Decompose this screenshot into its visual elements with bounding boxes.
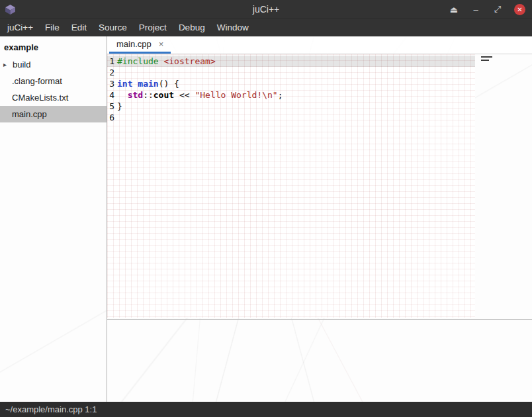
sidebar: example ▸build.clang-formatCMakeLists.tx… [0, 36, 107, 402]
code-line-4[interactable]: 4 std::cout << "Hello World!\n"; [107, 89, 475, 101]
code-token: main [138, 79, 158, 89]
app-logo-icon [5, 4, 16, 15]
tab-close-icon[interactable]: × [159, 40, 164, 48]
status-file-position: ~/example/main.cpp 1:1 [5, 404, 97, 414]
code-token: << [174, 90, 195, 100]
menu-item-window[interactable]: Window [211, 19, 255, 36]
code-token: cout [154, 90, 174, 100]
maximize-button[interactable]: ⤢ [492, 4, 503, 15]
project-root-label[interactable]: example [0, 39, 107, 56]
code-line-3[interactable]: 3int main() { [107, 78, 475, 89]
menu-item-juci[interactable]: juCi++ [1, 19, 39, 36]
line-number: 4 [107, 89, 114, 101]
code-token: int [117, 79, 132, 89]
tree-item-main-cpp[interactable]: main.cpp [0, 106, 107, 122]
output-panel[interactable] [107, 320, 532, 402]
tab-main-cpp[interactable]: main.cpp × [109, 36, 171, 54]
expander-triangle-icon[interactable]: ▸ [0, 61, 12, 68]
main-area: main.cpp × 1#include <iostream>23int mai… [107, 36, 532, 402]
code-token: } [117, 101, 122, 111]
content-area: example ▸build.clang-formatCMakeLists.tx… [0, 36, 532, 402]
tree-item-clang-format[interactable]: .clang-format [0, 73, 107, 89]
code-token: #include [117, 56, 159, 66]
code-editor[interactable]: 1#include <iostream>23int main() {4 std:… [107, 54, 532, 320]
code-token [117, 90, 128, 100]
code-token: ; [278, 90, 283, 100]
tree-item-label: main.cpp [12, 109, 47, 119]
app-window: juCi++ ⏏–⤢✕ juCi++FileEditSourceProjectD… [0, 0, 532, 417]
line-number: 3 [107, 78, 114, 89]
statusbar: ~/example/main.cpp 1:1 [0, 402, 532, 417]
menu-item-debug[interactable]: Debug [173, 19, 211, 36]
line-number: 6 [107, 112, 114, 123]
keep-above-button[interactable]: ⏏ [449, 5, 459, 15]
code-token: :: [143, 90, 154, 100]
code-line-6[interactable]: 6 [107, 112, 475, 123]
tree-item-label: .clang-format [12, 76, 62, 86]
menu-item-project[interactable]: Project [133, 19, 173, 36]
scrollbar-mark [481, 60, 489, 61]
scrollbar-mark [481, 56, 492, 58]
code-line-1[interactable]: 1#include <iostream> [107, 56, 475, 67]
tab-label: main.cpp [116, 39, 152, 49]
menu-item-source[interactable]: Source [93, 19, 133, 36]
minimize-button[interactable]: – [470, 5, 481, 15]
line-number: 5 [107, 101, 114, 112]
code-line-2[interactable]: 2 [107, 67, 475, 78]
scrollbar-marks[interactable] [481, 56, 492, 61]
tree-item-cmakelists-txt[interactable]: CMakeLists.txt [0, 89, 107, 106]
titlebar[interactable]: juCi++ ⏏–⤢✕ [0, 0, 532, 19]
code-lines: 1#include <iostream>23int main() {4 std:… [107, 54, 475, 318]
tree-item-build[interactable]: ▸build [0, 56, 107, 73]
code-token: <iostream> [163, 56, 215, 66]
file-tree: ▸build.clang-formatCMakeLists.txtmain.cp… [0, 56, 107, 122]
code-token: "Hello World!\n" [195, 90, 277, 100]
line-number: 2 [107, 67, 114, 78]
code-line-5[interactable]: 5} [107, 101, 475, 112]
menu-item-file[interactable]: File [39, 19, 66, 36]
close-button[interactable]: ✕ [514, 4, 525, 15]
tree-item-label: build [12, 60, 30, 70]
window-controls: ⏏–⤢✕ [449, 0, 525, 19]
menubar: juCi++FileEditSourceProjectDebugWindow [0, 19, 532, 36]
tabbar: main.cpp × [107, 36, 532, 54]
code-token: std [128, 90, 143, 100]
menu-item-edit[interactable]: Edit [66, 19, 93, 36]
code-token: () { [159, 79, 179, 89]
tree-item-label: CMakeLists.txt [12, 93, 68, 103]
line-number: 1 [107, 56, 114, 67]
